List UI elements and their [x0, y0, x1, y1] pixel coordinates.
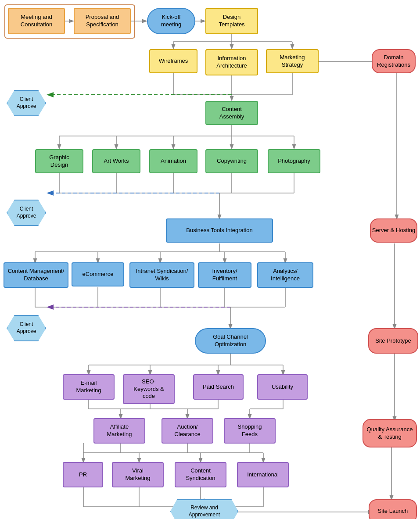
- qa-node: Quality Assurance& Testing: [363, 419, 417, 447]
- pr-node: PR: [63, 462, 103, 487]
- client-approve-2-node: ClientApprove: [7, 200, 46, 226]
- email-mktg-node: E-mailMarketing: [63, 374, 115, 400]
- proposal-node: Proposal andSpecification: [74, 8, 131, 34]
- inventory-node: Inventory/Fulfilment: [198, 262, 251, 288]
- diagram: Meeting andConsultation Proposal andSpec…: [0, 0, 420, 519]
- kickoff-node: Kick-offmeeting: [147, 8, 195, 34]
- graphic-design-node: GraphicDesign: [35, 149, 83, 173]
- usability-node: Usability: [257, 374, 308, 400]
- review-node: Review andApprovement: [170, 499, 238, 519]
- auction-node: Auction/Clearance: [162, 418, 213, 444]
- shopping-node: ShoppingFeeds: [224, 418, 276, 444]
- client-approve-1-node: ClientApprove: [7, 90, 46, 116]
- design-templates-node: DesignTemplates: [205, 8, 258, 34]
- meeting-node: Meeting andConsultation: [8, 8, 65, 34]
- client-approve-3-node: ClientApprove: [7, 315, 46, 341]
- goal-channel-node: Goal ChannelOptimization: [195, 328, 266, 354]
- server-node: Server & Hosting: [370, 218, 417, 243]
- biz-tools-node: Business Tools Integration: [166, 218, 273, 243]
- affiliate-node: AffiliateMarketing: [93, 418, 145, 444]
- site-launch-node: Site Launch: [369, 499, 417, 519]
- content-synd-node: ContentSyndication: [175, 462, 226, 487]
- ecommerce-node: eCommerce: [72, 262, 124, 286]
- marketing-node: MarketingStrategy: [266, 49, 319, 73]
- international-node: International: [237, 462, 289, 487]
- art-works-node: Art Works: [92, 149, 140, 173]
- intranet-node: Intranet Syndication/Wikis: [129, 262, 194, 288]
- seo-node: SEO-Keywords &code: [123, 374, 175, 404]
- copywriting-node: Copywriting: [205, 149, 258, 173]
- analytics-node: Analytics/Intelligence: [257, 262, 313, 288]
- animation-node: Animation: [149, 149, 197, 173]
- site-proto-node: Site Prototype: [368, 328, 418, 354]
- info-arch-node: InformationArchitecture: [205, 49, 258, 75]
- paid-search-node: Paid Search: [193, 374, 244, 400]
- content-mgmt-node: Content Management/Database: [4, 262, 68, 288]
- photography-node: Photography: [268, 149, 320, 173]
- content-assembly-node: ContentAssembly: [205, 101, 258, 125]
- wireframes-node: Wireframes: [149, 49, 197, 73]
- viral-node: ViralMarketing: [112, 462, 164, 487]
- domain-node: DomainRegistrations: [372, 49, 416, 73]
